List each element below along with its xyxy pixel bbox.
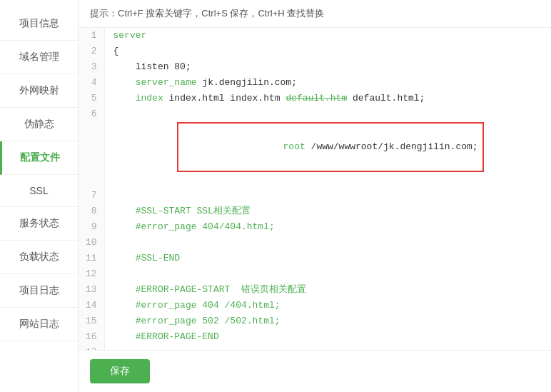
table-row: 2 {: [79, 44, 551, 59]
line-code: server_name jk.dengjilin.com;: [104, 75, 551, 91]
table-row: 14 #error_page 404 /404.html;: [79, 298, 551, 313]
line-number: 13: [79, 282, 104, 298]
line-code: [104, 345, 551, 350]
line-code: #ERROR-PAGE-START 错误页相关配置: [104, 282, 551, 298]
line-number: 12: [79, 266, 104, 282]
line-code: [104, 266, 551, 282]
table-row: 3 listen 80;: [79, 59, 551, 75]
sidebar-item-domain-mgmt[interactable]: 域名管理: [0, 41, 78, 74]
table-row: 1 server: [79, 28, 551, 44]
line-code: #ERROR-PAGE-END: [104, 329, 551, 345]
hint-bar: 提示：Ctrl+F 搜索关键字，Ctrl+S 保存，Ctrl+H 查找替换: [79, 0, 551, 28]
table-row: 8 #SSL-START SSL相关配置: [79, 203, 551, 219]
line-code: [104, 235, 551, 251]
table-row: 17: [79, 345, 551, 350]
line-number: 14: [79, 298, 104, 313]
table-row: 5 index index.html index.htm default.htm…: [79, 91, 551, 106]
sidebar-item-config-file[interactable]: 配置文件: [0, 141, 78, 175]
line-number: 1: [79, 28, 104, 44]
save-button[interactable]: 保存: [90, 359, 150, 383]
code-table: 1 server 2 { 3 listen 80; 4 server_nam: [79, 28, 551, 350]
sidebar: 项目信息 域名管理 外网映射 伪静态 配置文件 SSL 服务状态 负载状态 项目…: [0, 0, 79, 392]
line-code: #error_page 404 /404.html;: [104, 298, 551, 313]
line-code: {: [104, 44, 551, 59]
line-number: 4: [79, 75, 104, 91]
line-code: #error_page 502 /502.html;: [104, 313, 551, 329]
line-number: 15: [79, 313, 104, 329]
line-code: index index.html index.htm default.htm d…: [104, 91, 551, 106]
table-row: 13 #ERROR-PAGE-START 错误页相关配置: [79, 282, 551, 298]
line-code: listen 80;: [104, 59, 551, 75]
line-number: 5: [79, 91, 104, 106]
line-number: 3: [79, 59, 104, 75]
save-bar: 保存: [79, 350, 551, 392]
table-row: 12: [79, 266, 551, 282]
main-content: 提示：Ctrl+F 搜索关键字，Ctrl+S 保存，Ctrl+H 查找替换 1 …: [79, 0, 551, 392]
sidebar-item-ext-mapping[interactable]: 外网映射: [0, 74, 78, 108]
sidebar-item-project-info[interactable]: 项目信息: [0, 7, 78, 41]
line-code: #error_page 404/404.html;: [104, 219, 551, 235]
line-number: 7: [79, 188, 104, 203]
table-row: 7: [79, 188, 551, 203]
line-number: 2: [79, 44, 104, 59]
line-number: 6: [79, 106, 104, 188]
line-code: server: [104, 28, 551, 44]
line-code: #SSL-START SSL相关配置: [104, 203, 551, 219]
table-row: 11 #SSL-END: [79, 251, 551, 266]
table-row: 9 #error_page 404/404.html;: [79, 219, 551, 235]
line-number: 11: [79, 251, 104, 266]
sidebar-item-pseudo-static[interactable]: 伪静态: [0, 108, 78, 141]
table-row: 6 root /www/wwwroot/jk.dengjilin.com;: [79, 106, 551, 188]
sidebar-item-service-status[interactable]: 服务状态: [0, 207, 78, 241]
sidebar-item-load-status[interactable]: 负载状态: [0, 241, 78, 274]
sidebar-item-ssl[interactable]: SSL: [0, 175, 78, 207]
line-code: #SSL-END: [104, 251, 551, 266]
hint-text: 提示：Ctrl+F 搜索关键字，Ctrl+S 保存，Ctrl+H 查找替换: [90, 8, 324, 19]
line-code: [104, 188, 551, 203]
code-editor[interactable]: 1 server 2 { 3 listen 80; 4 server_nam: [79, 28, 551, 350]
table-row: 16 #ERROR-PAGE-END: [79, 329, 551, 345]
table-row: 15 #error_page 502 /502.html;: [79, 313, 551, 329]
table-row: 4 server_name jk.dengjilin.com;: [79, 75, 551, 91]
line-number: 9: [79, 219, 104, 235]
line-code-highlighted: root /www/wwwroot/jk.dengjilin.com;: [104, 106, 551, 188]
sidebar-item-site-log[interactable]: 网站日志: [0, 308, 78, 341]
line-number: 8: [79, 203, 104, 219]
table-row: 10: [79, 235, 551, 251]
line-number: 10: [79, 235, 104, 251]
line-number: 17: [79, 345, 104, 350]
sidebar-item-project-log[interactable]: 项目日志: [0, 274, 78, 308]
line-number: 16: [79, 329, 104, 345]
